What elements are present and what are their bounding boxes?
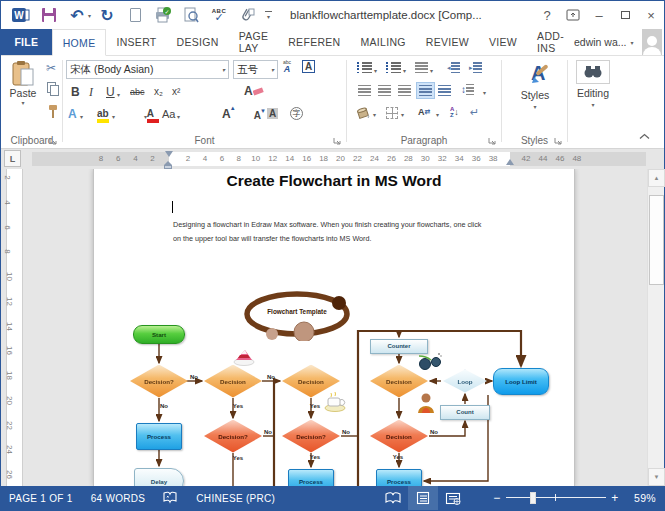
cut-button[interactable]: ✂	[46, 61, 56, 75]
language-indicator[interactable]: CHINESE (PRC)	[196, 493, 275, 504]
avatar[interactable]	[642, 29, 663, 55]
italic-button[interactable]: I	[89, 85, 93, 100]
tab-referen[interactable]: REFEREN	[278, 29, 350, 55]
borders-caret-icon[interactable]: ▾	[401, 111, 404, 118]
grow-font-button[interactable]: A▲	[222, 107, 231, 121]
bullet-list-button[interactable]	[357, 62, 372, 73]
align-center-button[interactable]	[378, 85, 391, 96]
scrollbar-thumb[interactable]	[649, 195, 664, 285]
flowchart-node-process[interactable]: Process	[136, 423, 182, 450]
decrease-indent-button[interactable]: ◂	[447, 62, 460, 73]
tab-page-lay[interactable]: PAGE LAY	[229, 29, 279, 55]
font-color-button[interactable]: A	[147, 108, 154, 123]
show-hide-marks-button[interactable]: ↵	[470, 106, 479, 119]
word-logo-icon[interactable]: W	[9, 4, 33, 26]
superscript-button[interactable]: x²	[172, 86, 180, 97]
distribute-button[interactable]	[438, 85, 451, 96]
collapse-ribbon-button[interactable]	[639, 130, 650, 142]
shading-button[interactable]	[356, 106, 371, 119]
styles-dialog-launcher[interactable]	[554, 136, 564, 146]
zoom-slider[interactable]	[506, 486, 606, 510]
zoom-out-button[interactable]: −	[490, 491, 504, 505]
text-effects-caret-icon[interactable]: ▾	[80, 113, 83, 120]
scroll-down-button[interactable]: ▼	[648, 468, 665, 486]
tab-mailing[interactable]: MAILING	[351, 29, 416, 55]
multilevel-list-button[interactable]	[415, 62, 428, 73]
print-layout-button[interactable]	[408, 486, 438, 510]
flowchart-node-process[interactable]: Process	[288, 469, 334, 487]
ruler-strip[interactable]: 8642246810121416182022242628303234363842…	[32, 152, 646, 166]
tab-view[interactable]: VIEW	[479, 29, 527, 55]
read-mode-button[interactable]	[378, 486, 408, 510]
strikethrough-button[interactable]: abc	[130, 87, 145, 97]
bullet-list-caret-icon[interactable]: ▾	[374, 67, 377, 74]
flowchart-node-start[interactable]: Start	[133, 325, 185, 344]
scooter-clipart[interactable]	[418, 351, 442, 373]
align-left-button[interactable]	[358, 85, 371, 96]
clear-formatting-button[interactable]: A	[244, 84, 264, 98]
asian-layout-caret-icon[interactable]: ▾	[436, 111, 439, 118]
styles-button[interactable]: A Styles ▾	[509, 60, 561, 110]
teacup-clipart[interactable]	[323, 391, 347, 413]
borders-button[interactable]	[386, 107, 398, 119]
asian-layout-button[interactable]: A⇄	[418, 107, 430, 117]
new-document-icon[interactable]	[123, 4, 147, 26]
change-case-caret-icon[interactable]: ▾	[177, 113, 180, 120]
font-dialog-launcher[interactable]	[333, 136, 343, 146]
zoom-in-button[interactable]: +	[608, 491, 622, 505]
enclose-characters-button[interactable]: 字	[290, 107, 303, 120]
redo-icon[interactable]: ↻	[95, 4, 119, 26]
shrink-font-button[interactable]: A▼	[254, 110, 261, 121]
document-page[interactable]: Create Flowchart in MS Word Designing a …	[93, 169, 575, 486]
shading-caret-icon[interactable]: ▾	[373, 111, 376, 118]
highlight-color-button[interactable]: ab	[97, 108, 109, 123]
format-painter-button[interactable]	[47, 104, 59, 119]
vertical-scrollbar[interactable]: ▲ ▼	[647, 169, 664, 486]
line-spacing-button[interactable]: ↕	[461, 84, 474, 95]
flowchart-node-count[interactable]: Count	[440, 405, 490, 420]
tab-home[interactable]: HOME	[52, 29, 107, 56]
undo-caret-icon[interactable]: ▾	[88, 12, 91, 19]
numbered-list-button[interactable]	[386, 62, 401, 73]
font-size-select[interactable]: 五号 ▾	[233, 60, 278, 79]
zoom-percentage[interactable]: 59%	[622, 492, 656, 504]
vertical-ruler[interactable]: 2468101214161820222426	[1, 169, 31, 486]
flowchart-node-loop-limit[interactable]: Loop Limit	[493, 368, 549, 395]
underline-button[interactable]: U	[106, 85, 115, 99]
person-clipart[interactable]	[414, 392, 438, 414]
font-color-caret-icon[interactable]: ▾	[144, 113, 147, 120]
flowchart-node-flowchart-template[interactable]: Flowchart Template	[242, 289, 352, 341]
undo-icon[interactable]: ↶	[65, 4, 89, 26]
web-layout-button[interactable]	[438, 486, 468, 510]
multilevel-list-caret-icon[interactable]: ▾	[430, 67, 433, 74]
horizontal-ruler[interactable]: L 86422468101214161820222426283032343638…	[1, 149, 664, 169]
account-name[interactable]: edwin wa... ▾	[574, 29, 634, 55]
ribbon-options-button[interactable]	[560, 4, 586, 26]
tab-file[interactable]: FILE	[1, 29, 52, 55]
paragraph-dialog-launcher[interactable]	[488, 136, 498, 146]
bold-button[interactable]: B	[71, 85, 80, 99]
line-spacing-caret-icon[interactable]: ▾	[483, 89, 486, 96]
clipboard-dialog-launcher[interactable]	[49, 136, 59, 146]
flowchart-node-delay[interactable]: Delay	[134, 468, 184, 486]
text-effects-button[interactable]: A	[68, 107, 77, 121]
flowchart-node-process[interactable]: Process	[376, 469, 422, 487]
page-count[interactable]: PAGE 1 OF 1	[9, 493, 73, 504]
first-line-indent-marker[interactable]	[165, 151, 173, 157]
paste-button[interactable]: Paste ▾	[4, 60, 42, 106]
tab-design[interactable]: DESIGN	[167, 29, 229, 55]
cake-clipart[interactable]	[232, 345, 256, 367]
save-icon[interactable]	[37, 4, 61, 26]
increase-indent-button[interactable]: ▸	[469, 62, 482, 73]
maximize-button[interactable]	[612, 4, 638, 26]
word-count[interactable]: 64 WORDS	[91, 493, 146, 504]
zoom-slider-thumb[interactable]	[530, 492, 536, 504]
print-preview-icon[interactable]	[179, 4, 203, 26]
font-name-select[interactable]: 宋体 (Body Asian) ▾	[66, 60, 229, 79]
copy-button[interactable]	[47, 82, 60, 97]
character-shading-button[interactable]: A	[267, 108, 278, 119]
justify-button[interactable]	[417, 83, 434, 98]
tab-insert[interactable]: INSERT	[106, 29, 166, 55]
attach-icon[interactable]	[235, 4, 259, 26]
quick-print-icon[interactable]: ✓	[151, 4, 175, 26]
